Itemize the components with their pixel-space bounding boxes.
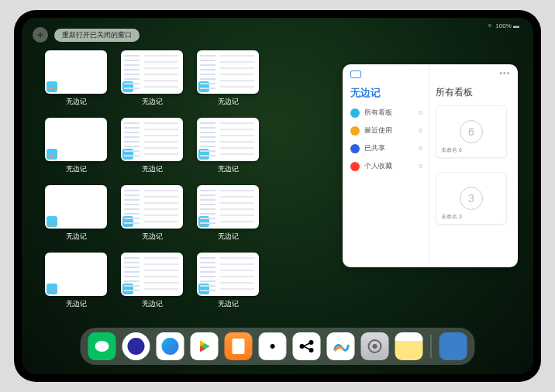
window-label: 无边记	[66, 164, 87, 174]
freeform-app-icon	[122, 81, 133, 92]
window-tile[interactable]: 无边记	[121, 118, 183, 174]
window-thumbnail	[121, 118, 183, 161]
sidebar-item-count: 0	[419, 127, 422, 134]
play-app-icon[interactable]	[191, 332, 219, 360]
window-thumbnail	[197, 50, 259, 94]
wifi-icon: ᯤ	[488, 22, 494, 29]
window-label: 无边记	[218, 97, 239, 107]
browser-app-icon[interactable]	[122, 332, 150, 360]
window-thumbnail	[45, 118, 107, 161]
window-label: 无边记	[218, 164, 239, 174]
svg-line-7	[304, 346, 310, 349]
freeform-app-icon	[198, 216, 209, 227]
window-tile[interactable]: 无边记	[45, 50, 107, 107]
freeform-panel[interactable]: ••• 无边记 所有看板0最近使用0已共享0个人收藏0 所有看板 6未命名 63…	[343, 64, 518, 267]
freeform-app-icon	[47, 216, 57, 227]
window-label: 无边记	[218, 299, 239, 309]
sidebar-item-count: 0	[419, 163, 422, 170]
status-bar: ᯤ 100% ▬	[488, 22, 519, 29]
sidebar-item-label: 个人收藏	[364, 161, 392, 171]
sidebar-item-count: 0	[419, 109, 422, 116]
window-thumbnail	[45, 50, 107, 94]
panel-sidebar: 无边记 所有看板0最近使用0已共享0个人收藏0	[343, 64, 429, 267]
screen: ᯤ 100% ▬ + 重新打开已关闭的窗口 无边记无边记无边记无边记无边记无边记…	[22, 18, 533, 374]
settings-app-icon[interactable]	[361, 332, 389, 360]
window-tile[interactable]: 无边记	[197, 50, 259, 107]
freeform-app-icon	[47, 81, 57, 92]
qq-app-icon[interactable]	[157, 332, 184, 360]
window-tile[interactable]: 无边记	[121, 185, 183, 242]
reopen-closed-window-button[interactable]: 重新打开已关闭的窗口	[54, 29, 140, 42]
window-thumbnail	[197, 118, 259, 161]
window-tile[interactable]: 无边记	[121, 253, 183, 309]
panel-title: 无边记	[350, 86, 422, 100]
freeform-app-icon	[47, 149, 57, 160]
dock	[81, 328, 475, 365]
window-tile[interactable]: 无边记	[45, 118, 107, 174]
window-label: 无边记	[218, 232, 239, 242]
panel-right-title: 所有看板	[436, 86, 512, 99]
clock-icon	[350, 126, 360, 136]
freeform-app-icon	[122, 149, 133, 160]
share-icon	[350, 144, 360, 153]
window-tile[interactable]: 无边记	[121, 50, 183, 107]
freeform-app-icon	[122, 216, 133, 227]
board-card[interactable]: 6未命名 6	[436, 105, 507, 158]
grid-icon	[350, 108, 360, 118]
sidebar-item-count: 0	[419, 145, 422, 152]
sidebar-item[interactable]: 个人收藏0	[350, 161, 422, 171]
window-label: 无边记	[142, 97, 163, 107]
window-tile[interactable]: 无边记	[45, 185, 107, 242]
freeform-app-icon	[198, 81, 209, 92]
board-card[interactable]: 3未命名 3	[436, 172, 507, 225]
freeform-app-icon	[122, 284, 133, 294]
notes-app-icon[interactable]	[395, 332, 423, 360]
battery-icon: ▬	[513, 22, 519, 29]
books-app-icon[interactable]	[225, 332, 253, 360]
ipad-frame: ᯤ 100% ▬ + 重新打开已关闭的窗口 无边记无边记无边记无边记无边记无边记…	[14, 10, 541, 382]
sidebar-item-label: 所有看板	[364, 108, 392, 118]
wechat-app-icon[interactable]	[88, 332, 116, 360]
more-icon[interactable]: •••	[499, 69, 510, 77]
window-thumbnail	[121, 253, 183, 296]
window-thumbnail	[45, 253, 107, 296]
svg-point-9	[373, 344, 377, 349]
window-thumbnail	[121, 185, 183, 229]
svg-line-6	[304, 343, 310, 346]
panel-content: 所有看板 6未命名 63未命名 3	[429, 64, 518, 267]
window-tile[interactable]: 无边记	[45, 253, 107, 309]
dock-separator	[431, 335, 432, 358]
sidebar-item-label: 已共享	[364, 143, 385, 153]
app-library-icon[interactable]	[440, 332, 467, 360]
sidebar-item-label: 最近使用	[364, 126, 392, 136]
window-label: 无边记	[142, 232, 163, 242]
dice-app-icon[interactable]	[259, 332, 287, 360]
battery-text: 100%	[495, 22, 511, 29]
app-windows-grid: 无边记无边记无边记无边记无边记无边记无边记无边记无边记无边记无边记无边记	[45, 50, 332, 309]
board-preview: 6	[460, 120, 483, 143]
window-label: 无边记	[142, 299, 163, 309]
window-thumbnail	[121, 50, 183, 94]
window-tile[interactable]: 无边记	[197, 253, 259, 309]
sidebar-item[interactable]: 所有看板0	[350, 108, 422, 118]
window-thumbnail	[197, 185, 259, 229]
board-name: 未命名 3	[441, 213, 462, 221]
window-label: 无边记	[66, 299, 87, 309]
window-label: 无边记	[66, 232, 87, 242]
window-tile[interactable]: 无边记	[197, 118, 259, 174]
freeform-app-icon[interactable]	[327, 332, 355, 360]
freeform-app-icon	[198, 149, 209, 160]
freeform-app-icon	[198, 284, 209, 294]
add-window-button[interactable]: +	[33, 27, 48, 43]
sidebar-item[interactable]: 最近使用0	[350, 126, 422, 136]
freeform-app-icon	[47, 284, 57, 294]
panel-app-icon	[350, 70, 361, 78]
heart-icon	[350, 162, 360, 171]
connect-app-icon[interactable]	[293, 332, 321, 360]
window-thumbnail	[45, 185, 107, 229]
sidebar-item[interactable]: 已共享0	[350, 143, 422, 153]
board-preview: 3	[460, 187, 483, 210]
topbar: + 重新打开已关闭的窗口	[33, 27, 140, 43]
window-thumbnail	[197, 253, 259, 296]
window-tile[interactable]: 无边记	[197, 185, 259, 242]
